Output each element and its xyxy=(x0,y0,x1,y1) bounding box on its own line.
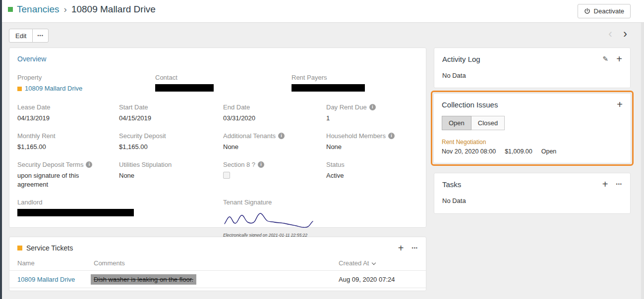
collection-issue-type-link[interactable]: Rent Negotiation xyxy=(442,139,623,146)
field-section-8: Section 8 ?i xyxy=(223,161,326,190)
plus-icon[interactable]: + xyxy=(617,100,623,109)
contact-value-redacted xyxy=(155,84,214,92)
left-edge-strip xyxy=(0,0,2,299)
end-date-value: 03/31/2020 xyxy=(223,114,326,123)
tasks-title: Tasks xyxy=(442,180,461,189)
overview-row-4: Security Deposit Termsi upon signature o… xyxy=(17,161,418,190)
record-title: 10809 Mallard Drive xyxy=(71,4,156,15)
column-comments[interactable]: Comments xyxy=(94,259,339,267)
property-value-link[interactable]: 10809 Mallard Drive xyxy=(17,84,155,94)
tenancies-module-icon xyxy=(8,7,13,12)
field-utilities-stipulation: Utilities Stipulation None xyxy=(119,161,223,190)
section-8-label: Section 8 ? xyxy=(223,161,255,168)
day-rent-due-label: Day Rent Due xyxy=(326,103,367,111)
section-8-checkbox[interactable] xyxy=(223,172,230,179)
chevron-right-icon[interactable]: › xyxy=(623,28,627,40)
field-monthly-rent: Monthly Rent $1,165.00 xyxy=(17,132,119,152)
tenancy-detail-page: Tenancies › 10809 Mallard Drive Deactiva… xyxy=(0,0,644,299)
additional-tenants-label: Additional Tenants xyxy=(223,132,276,140)
field-lease-date: Lease Date 04/13/2019 xyxy=(17,103,119,123)
lease-date-value: 04/13/2019 xyxy=(17,114,119,123)
field-day-rent-due: Day Rent Duei 1 xyxy=(326,103,418,123)
overview-row-1: Property 10809 Mallard Drive Contact Ren… xyxy=(17,74,418,94)
monthly-rent-label: Monthly Rent xyxy=(17,132,119,140)
chevron-left-icon[interactable]: ‹ xyxy=(608,28,612,40)
overview-row-2: Lease Date 04/13/2019 Start Date 04/15/2… xyxy=(17,103,418,123)
field-end-date: End Date 03/31/2020 xyxy=(223,103,326,123)
toolbar: Edit ••• ‹ › xyxy=(0,23,644,48)
household-members-value: None xyxy=(326,143,418,152)
activity-log-empty: No Data xyxy=(442,72,622,79)
overview-card: Overview Property 10809 Mallard Drive Co… xyxy=(9,48,426,228)
start-date-label: Start Date xyxy=(119,103,223,111)
activity-log-title: Activity Log xyxy=(442,55,480,63)
status-label: Status xyxy=(326,161,418,168)
property-label: Property xyxy=(17,74,155,81)
info-icon[interactable]: i xyxy=(388,133,395,139)
service-tickets-module-icon xyxy=(17,246,22,250)
collection-issue-amount: $1,009.00 xyxy=(505,148,532,155)
security-deposit-label: Security Deposit xyxy=(119,132,223,140)
plus-icon[interactable]: + xyxy=(602,179,608,189)
deactivate-button[interactable]: Deactivate xyxy=(578,4,631,18)
collection-issues-highlight-ring: Collection Issues + Open Closed Rent Neg… xyxy=(431,91,634,166)
service-ticket-name-link[interactable]: 10809 Mallard Drive xyxy=(17,276,94,283)
utilities-stipulation-label: Utilities Stipulation xyxy=(119,161,223,168)
landlord-label: Landlord xyxy=(17,199,119,206)
service-ticket-row: 10809 Mallard Drive Dish washer is leaki… xyxy=(9,270,426,288)
info-icon[interactable]: i xyxy=(369,104,376,110)
ellipsis-icon: ••• xyxy=(37,34,43,38)
pencil-icon[interactable]: ✎ xyxy=(603,55,609,62)
security-deposit-value: $1,165.00 xyxy=(119,143,223,152)
start-date-value: 04/15/2019 xyxy=(119,114,223,123)
ellipsis-icon[interactable]: ••• xyxy=(616,182,622,187)
utilities-stipulation-value: None xyxy=(119,171,223,181)
field-property: Property 10809 Mallard Drive xyxy=(17,74,155,94)
column-name[interactable]: Name xyxy=(17,259,94,267)
tenant-signature-image xyxy=(223,209,418,232)
tasks-empty: No Data xyxy=(442,197,622,204)
record-actions-group: Edit ••• xyxy=(9,29,49,43)
status-value: Active xyxy=(326,171,418,181)
rent-payers-value-redacted xyxy=(292,84,365,92)
tenant-signature-label: Tenant Signature xyxy=(223,199,418,206)
field-rent-payers: Rent Payers xyxy=(292,74,418,94)
scrollbar[interactable] xyxy=(641,23,644,299)
overview-title[interactable]: Overview xyxy=(17,55,418,63)
deactivate-label: Deactivate xyxy=(594,7,624,15)
breadcrumb-module-link[interactable]: Tenancies xyxy=(17,4,59,15)
info-icon[interactable]: i xyxy=(278,133,285,139)
security-deposit-terms-value: upon signature of this agreement xyxy=(17,171,107,190)
service-ticket-created-at: Aug 09, 2020 07:24 xyxy=(339,276,418,283)
service-tickets-card: Service Tickets + ••• Name Comments Crea… xyxy=(9,237,426,291)
field-household-members: Household Membersi None xyxy=(326,132,418,152)
contact-label: Contact xyxy=(155,74,292,81)
service-tickets-title: Service Tickets xyxy=(26,244,73,252)
service-tickets-header-row: Name Comments Created At xyxy=(9,256,426,270)
collection-issues-title: Collection Issues xyxy=(442,100,498,109)
field-contact: Contact xyxy=(155,74,292,94)
overview-row-3: Monthly Rent $1,165.00 Security Deposit … xyxy=(17,132,418,152)
info-icon[interactable]: i xyxy=(258,161,264,168)
field-security-deposit: Security Deposit $1,165.00 xyxy=(119,132,223,152)
info-icon[interactable]: i xyxy=(86,161,92,168)
more-actions-button[interactable]: ••• xyxy=(32,29,48,43)
lease-date-label: Lease Date xyxy=(17,103,119,111)
property-entity-icon xyxy=(17,87,22,91)
filter-open-button[interactable]: Open xyxy=(442,116,471,130)
day-rent-due-value: 1 xyxy=(326,114,418,123)
field-landlord: Landlord xyxy=(17,199,119,238)
edit-button[interactable]: Edit xyxy=(9,29,33,43)
field-tenant-signature: Tenant Signature Electronically signed o… xyxy=(223,199,418,238)
breadcrumb: Tenancies › 10809 Mallard Drive xyxy=(8,4,156,15)
top-header: Tenancies › 10809 Mallard Drive Deactiva… xyxy=(0,0,644,23)
column-created-at[interactable]: Created At xyxy=(339,259,418,267)
rent-payers-label: Rent Payers xyxy=(292,74,418,81)
filter-closed-button[interactable]: Closed xyxy=(471,116,505,130)
plus-icon[interactable]: + xyxy=(398,243,404,253)
security-deposit-terms-label: Security Deposit Terms xyxy=(17,161,83,168)
ellipsis-icon[interactable]: ••• xyxy=(412,246,418,250)
overview-row-5: Landlord Tenant Signature Electronically… xyxy=(17,199,418,238)
plus-icon[interactable]: + xyxy=(616,54,622,64)
tasks-card: Tasks + ••• No Data xyxy=(434,173,631,214)
